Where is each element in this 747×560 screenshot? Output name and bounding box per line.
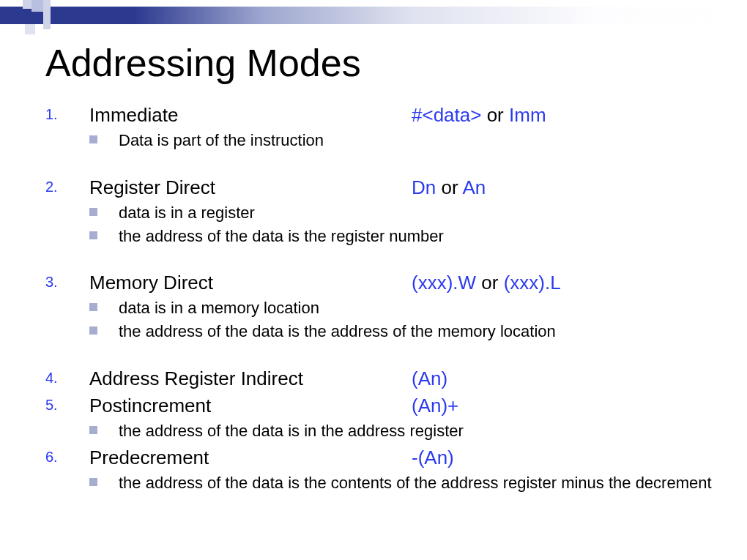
- square-bullet-icon: [89, 420, 119, 434]
- square-bullet-icon: [89, 225, 119, 239]
- list-item: 6.Predecrement-(An)the address of the da…: [45, 445, 712, 496]
- square-bullet-icon: [89, 297, 119, 311]
- list-item: 1.Immediate#<data> or ImmData is part of…: [45, 102, 712, 153]
- item-number: 3.: [45, 270, 89, 291]
- item-number: 1.: [45, 102, 89, 123]
- square-bullet-icon: [89, 472, 119, 486]
- spacer: [45, 346, 712, 366]
- sub-point: Data is part of the instruction: [89, 130, 712, 152]
- header-gradient-bar: [0, 7, 747, 24]
- list-item: 5.Postincrement(An)+the address of the d…: [45, 393, 712, 444]
- sub-point: the address of the data is the contents …: [89, 472, 712, 494]
- spacer: [45, 154, 712, 175]
- sub-point-text: data is in a register: [119, 202, 712, 224]
- deco-square-icon: [31, 0, 43, 12]
- mode-name: Register Direct: [89, 175, 412, 201]
- sub-point-text: the address of the data is in the addres…: [119, 420, 712, 442]
- mode-syntax: (An)+: [412, 393, 712, 419]
- item-number: 2.: [45, 175, 89, 195]
- mode-name: Address Register Indirect: [89, 366, 412, 392]
- mode-syntax: #<data> or Imm: [412, 102, 712, 128]
- deco-square-icon: [23, 0, 31, 9]
- deco-square-icon: [6, 11, 19, 24]
- list-item: 2.Register DirectDn or Andata is in a re…: [45, 175, 712, 248]
- sub-point: data is in a register: [89, 202, 712, 224]
- sub-point: the address of the data is the register …: [89, 225, 712, 247]
- item-number: 5.: [45, 393, 89, 414]
- sub-point-text: the address of the data is the contents …: [119, 472, 712, 494]
- list-item: 3.Memory Direct(xxx).W or (xxx).Ldata is…: [45, 270, 712, 343]
- header-decoration: [0, 0, 66, 37]
- item-number: 4.: [45, 366, 89, 387]
- sub-point-text: the address of the data is the address o…: [119, 321, 712, 343]
- square-bullet-icon: [89, 321, 119, 335]
- sub-point: data is in a memory location: [89, 297, 712, 319]
- deco-square-icon: [43, 0, 51, 29]
- spacer: [45, 250, 712, 270]
- sub-point-text: data is in a memory location: [119, 297, 712, 319]
- square-bullet-icon: [89, 202, 119, 216]
- mode-syntax: -(An): [412, 445, 712, 471]
- slide-content: 1.Immediate#<data> or ImmData is part of…: [45, 102, 712, 496]
- mode-name: Predecrement: [89, 445, 412, 471]
- sub-point-text: the address of the data is the register …: [119, 225, 712, 247]
- mode-name: Postincrement: [89, 393, 412, 419]
- mode-syntax: (An): [412, 366, 712, 392]
- square-bullet-icon: [89, 130, 119, 143]
- item-number: 6.: [45, 445, 89, 466]
- deco-square-icon: [25, 24, 35, 34]
- list-item: 4.Address Register Indirect(An): [45, 366, 712, 392]
- sub-point-text: Data is part of the instruction: [119, 130, 712, 152]
- mode-syntax: (xxx).W or (xxx).L: [412, 270, 712, 296]
- mode-syntax: Dn or An: [412, 175, 712, 201]
- slide-title: Addressing Modes: [45, 41, 361, 85]
- sub-point: the address of the data is in the addres…: [89, 420, 712, 442]
- mode-name: Immediate: [89, 102, 412, 128]
- mode-name: Memory Direct: [89, 270, 412, 296]
- sub-point: the address of the data is the address o…: [89, 321, 712, 343]
